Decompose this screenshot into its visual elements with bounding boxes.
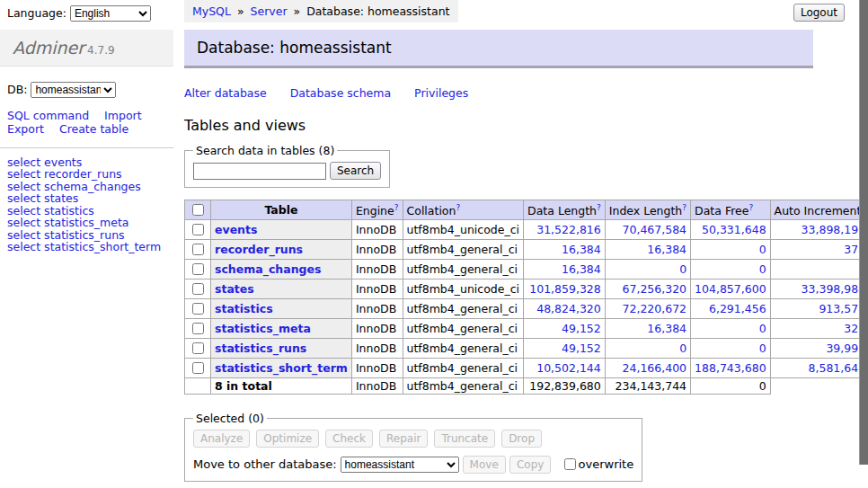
sidebar-select-statistics-runs[interactable]: select statistics_runs bbox=[7, 229, 166, 242]
data-length-link[interactable]: 49,152 bbox=[562, 342, 601, 355]
index-length-link[interactable]: 72,220,672 bbox=[623, 302, 687, 315]
data-free-link[interactable]: 0 bbox=[759, 262, 766, 276]
db-select[interactable]: homeassistant bbox=[31, 82, 116, 98]
data-length-link[interactable]: 49,152 bbox=[562, 322, 601, 335]
search-input[interactable] bbox=[193, 163, 326, 180]
index-length-link[interactable]: 24,166,400 bbox=[623, 361, 687, 375]
help-icon[interactable]: ? bbox=[456, 203, 460, 212]
analyze-button[interactable]: Analyze bbox=[193, 430, 250, 448]
auto-increment-link[interactable]: 8,581,645 bbox=[809, 361, 866, 375]
selected-fieldset: Selected (0) Analyze Optimize Check Repa… bbox=[184, 412, 642, 482]
table-row: statistics InnoDB utf8mb4_general_ci 48,… bbox=[185, 299, 868, 319]
sidebar-select-statistics-short-term[interactable]: select statistics_short_term bbox=[7, 241, 166, 253]
sidebar-link-create-table[interactable]: Create table bbox=[59, 122, 128, 136]
index-length-link[interactable]: 16,384 bbox=[647, 322, 686, 335]
data-free-link[interactable]: 6,291,456 bbox=[709, 302, 766, 315]
data-length-link[interactable]: 16,384 bbox=[562, 243, 601, 256]
help-icon[interactable]: ? bbox=[394, 203, 399, 212]
sidebar-select-statistics[interactable]: select statistics bbox=[7, 205, 166, 217]
auto-increment-link[interactable]: 33,398,984 bbox=[802, 282, 866, 296]
select-all-checkbox[interactable] bbox=[192, 204, 204, 216]
row-checkbox[interactable] bbox=[192, 224, 204, 235]
sidebar-select-statistics-meta[interactable]: select statistics_meta bbox=[7, 217, 166, 229]
search-legend: Search data in tables (8) bbox=[193, 144, 337, 157]
search-button[interactable]: Search bbox=[330, 162, 381, 180]
alter-database-link[interactable]: Alter database bbox=[184, 86, 267, 100]
engine-cell: InnoDB bbox=[351, 299, 403, 319]
row-checkbox[interactable] bbox=[192, 283, 204, 295]
breadcrumb-mysql-link[interactable]: MySQL bbox=[192, 4, 231, 18]
breadcrumb-server-link[interactable]: Server bbox=[251, 4, 288, 18]
data-length-link[interactable]: 31,522,816 bbox=[536, 223, 601, 236]
data-free-link[interactable]: 0 bbox=[759, 243, 766, 256]
engine-cell: InnoDB bbox=[351, 240, 403, 260]
index-length-link[interactable]: 67,256,320 bbox=[623, 282, 687, 296]
data-free-link[interactable]: 188,743,680 bbox=[695, 361, 766, 375]
collation-cell: utf8mb4_general_ci bbox=[403, 299, 524, 319]
data-length-link[interactable]: 10,502,144 bbox=[536, 361, 601, 375]
repair-button[interactable]: Repair bbox=[379, 430, 428, 448]
collation-cell: utf8mb4_unicode_ci bbox=[403, 279, 524, 299]
table-link[interactable]: recorder_runs bbox=[215, 243, 303, 256]
sidebar-select-states[interactable]: select states bbox=[7, 192, 166, 205]
index-length-link[interactable]: 0 bbox=[679, 342, 686, 355]
index-length-link[interactable]: 16,384 bbox=[647, 243, 686, 256]
data-free-link[interactable]: 0 bbox=[759, 342, 766, 355]
data-free-link[interactable]: 50,331,648 bbox=[702, 223, 766, 236]
sidebar-link-import[interactable]: Import bbox=[104, 109, 142, 122]
sidebar-select-events[interactable]: select events bbox=[7, 156, 166, 169]
sidebar-link-sql-command[interactable]: SQL command bbox=[7, 109, 89, 122]
data-length-link[interactable]: 48,824,320 bbox=[536, 302, 601, 315]
row-checkbox[interactable] bbox=[192, 303, 204, 315]
scrollbar-thumb[interactable] bbox=[859, 0, 868, 465]
check-button[interactable]: Check bbox=[325, 430, 373, 448]
breadcrumb-current: Database: homeassistant bbox=[306, 4, 449, 18]
table-link[interactable]: statistics_runs bbox=[215, 342, 306, 355]
truncate-button[interactable]: Truncate bbox=[434, 430, 495, 448]
help-icon[interactable]: ? bbox=[748, 203, 753, 212]
data-length-link[interactable]: 16,384 bbox=[562, 262, 601, 276]
index-length-link[interactable]: 70,467,584 bbox=[623, 223, 687, 236]
column-header-index-length: Index Length? bbox=[605, 200, 690, 220]
copy-button[interactable]: Copy bbox=[509, 456, 551, 474]
language-select[interactable]: English bbox=[70, 5, 151, 22]
data-length-link[interactable]: 101,859,328 bbox=[529, 282, 601, 296]
table-link[interactable]: statistics_meta bbox=[215, 322, 311, 335]
app-version: 4.7.9 bbox=[87, 44, 115, 57]
logout-button[interactable]: Logout bbox=[793, 4, 845, 22]
overwrite-option[interactable]: overwrite bbox=[561, 457, 634, 471]
auto-increment-link[interactable]: 33,898,196 bbox=[802, 223, 866, 236]
overwrite-checkbox[interactable] bbox=[564, 458, 576, 470]
help-icon[interactable]: ? bbox=[682, 203, 686, 212]
data-free-link[interactable]: 0 bbox=[759, 322, 766, 335]
table-link[interactable]: schema_changes bbox=[215, 262, 321, 276]
row-checkbox[interactable] bbox=[192, 323, 204, 334]
row-checkbox[interactable] bbox=[192, 263, 204, 275]
table-link[interactable]: statistics bbox=[215, 302, 273, 315]
row-checkbox[interactable] bbox=[192, 342, 204, 354]
move-button[interactable]: Move bbox=[463, 456, 506, 474]
row-checkbox[interactable] bbox=[192, 362, 204, 374]
optimize-button[interactable]: Optimize bbox=[256, 430, 319, 448]
help-icon[interactable]: ? bbox=[597, 203, 601, 212]
data-free-link[interactable]: 104,857,600 bbox=[695, 282, 766, 296]
table-link[interactable]: statistics_short_term bbox=[215, 361, 348, 375]
sidebar-select-schema-changes[interactable]: select schema_changes bbox=[7, 181, 166, 193]
collation-cell: utf8mb4_general_ci bbox=[403, 339, 524, 359]
sidebar-select-recorder-runs[interactable]: select recorder_runs bbox=[7, 168, 166, 181]
database-schema-link[interactable]: Database schema bbox=[290, 86, 391, 100]
table-row: recorder_runs InnoDB utf8mb4_general_ci … bbox=[185, 240, 868, 260]
privileges-link[interactable]: Privileges bbox=[414, 86, 468, 100]
database-actions: Alter database Database schema Privilege… bbox=[184, 86, 813, 100]
drop-button[interactable]: Drop bbox=[501, 430, 542, 448]
sidebar-link-export[interactable]: Export bbox=[7, 122, 44, 136]
table-link[interactable]: states bbox=[215, 282, 254, 296]
index-length-link[interactable]: 0 bbox=[679, 262, 686, 276]
row-checkbox[interactable] bbox=[192, 244, 204, 255]
collation-cell: utf8mb4_unicode_ci bbox=[403, 220, 524, 240]
table-link[interactable]: events bbox=[215, 223, 257, 236]
adminer-logo-link[interactable]: Adminer bbox=[13, 38, 84, 58]
move-database-select[interactable]: homeassistant bbox=[341, 457, 459, 473]
content: MySQL » Server » Database: homeassistant… bbox=[184, 0, 813, 488]
breadcrumb-separator: » bbox=[294, 4, 301, 18]
